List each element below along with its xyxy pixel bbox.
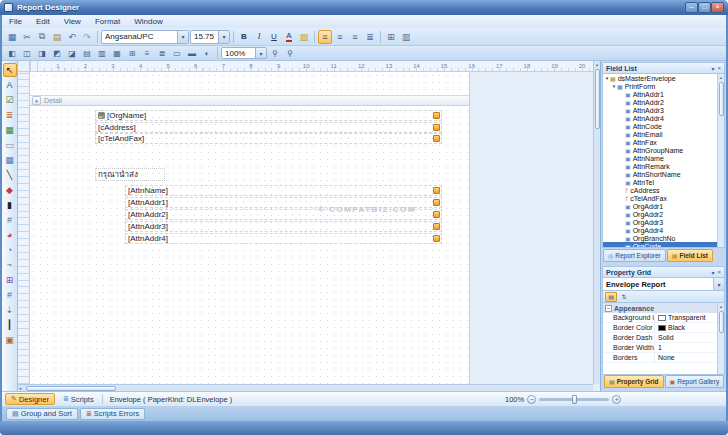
toolbox-tool-icon[interactable]: ▭ xyxy=(3,138,17,152)
property-row[interactable]: Border Color Black xyxy=(603,323,717,333)
highlight-color-button[interactable]: ▨ xyxy=(297,30,311,44)
toolbar-button[interactable]: ⊞ xyxy=(384,30,398,44)
toolbar-button[interactable]: ▤ xyxy=(50,30,64,44)
property-grid-view-button[interactable]: ▤ xyxy=(605,292,617,302)
layout-toolbar-button[interactable]: ▭ xyxy=(170,47,184,59)
toolbar-button[interactable]: ↶ xyxy=(65,30,79,44)
field-list-tree-item[interactable]: ▣ OrgAddr1 xyxy=(603,202,717,210)
field-list-tree-item[interactable]: ▣ AttnAddr4 xyxy=(603,114,717,122)
field-list-tree-item[interactable]: ▣ AttnRemark xyxy=(603,162,717,170)
dock-panel-tab[interactable]: ▦ Field List xyxy=(667,249,713,262)
chevron-down-icon[interactable]: ▾ xyxy=(218,31,229,43)
toolbox-tool-icon[interactable]: ▦ xyxy=(3,123,17,137)
layout-toolbar-button[interactable]: ▥ xyxy=(95,47,109,59)
toolbar-button[interactable]: ↷ xyxy=(80,30,94,44)
italic-button[interactable]: I xyxy=(252,30,266,44)
bottom-dock-tab[interactable]: ▤ Group and Sort xyxy=(6,408,78,420)
report-page[interactable]: ▾ Detail [OrgName] [cAddress] [cTelAnd xyxy=(30,72,470,384)
field-list-tree-item[interactable]: ƒ cAddress xyxy=(603,186,717,194)
scroll-up-icon[interactable]: ▲ xyxy=(719,75,723,80)
magnifier-icon[interactable]: ⚲ xyxy=(283,47,297,59)
design-vertical-scrollbar[interactable]: ▲ xyxy=(593,61,600,384)
toolbox-tool-icon[interactable]: ▦ xyxy=(3,153,17,167)
toolbox-tool-icon[interactable]: ◕ xyxy=(3,228,17,242)
component-selector-combo[interactable]: Envelope Report ▾ xyxy=(602,278,725,291)
field-list-tree-item[interactable]: ▣ AttnAddr1 xyxy=(603,90,717,98)
data-binding-icon[interactable] xyxy=(433,211,440,218)
collapse-icon[interactable]: − xyxy=(605,305,612,312)
toolbar-button[interactable]: ⧉ xyxy=(35,30,49,44)
layout-toolbar-button[interactable]: ◐ xyxy=(200,47,214,59)
scrollbar-thumb[interactable] xyxy=(719,82,724,116)
view-tab[interactable]: ✎ Designer xyxy=(5,393,55,405)
bottom-dock-tab[interactable]: ≣ Scripts Errors xyxy=(80,408,145,420)
property-row[interactable]: Border Width 1 xyxy=(603,343,717,353)
dock-panel-tab[interactable]: ▤ Property Grid xyxy=(604,375,664,388)
field-list-tree-item[interactable]: ▣ OrgBranchNo xyxy=(603,234,717,242)
report-field[interactable]: [cTelAndFax] xyxy=(95,133,442,144)
scrollbar-thumb[interactable] xyxy=(719,311,724,333)
scroll-left-icon[interactable]: ◄ xyxy=(18,386,25,391)
data-binding-icon[interactable] xyxy=(433,223,440,230)
report-field[interactable]: [OrgName] xyxy=(95,110,442,121)
toolbox-tool-icon[interactable]: ☑ xyxy=(3,93,17,107)
band-collapse-button[interactable]: ▾ xyxy=(32,96,41,105)
zoom-combo[interactable]: 100%▾ xyxy=(221,47,267,59)
window-control-button[interactable]: – xyxy=(685,2,698,13)
layout-toolbar-button[interactable]: ▤ xyxy=(80,47,94,59)
layout-toolbar-button[interactable]: ◧ xyxy=(5,47,19,59)
font-color-button[interactable]: A xyxy=(282,30,296,44)
field-list-header[interactable]: Field List ▾ × xyxy=(602,62,725,74)
detail-band-header[interactable]: ▾ Detail xyxy=(30,95,470,106)
data-binding-icon[interactable] xyxy=(433,124,440,131)
toolbox-tool-icon[interactable]: # xyxy=(3,288,17,302)
toolbox-tool-icon[interactable]: ⇣ xyxy=(3,303,17,317)
field-list-tree-item[interactable]: ▣ OrgAddr2 xyxy=(603,210,717,218)
field-list-tree-item[interactable]: ▣ AttnAddr2 xyxy=(603,98,717,106)
field-list-tree-item[interactable]: ▣ AttnTel xyxy=(603,178,717,186)
view-tab[interactable]: ≣ Scripts xyxy=(58,393,99,405)
data-binding-icon[interactable] xyxy=(433,112,440,119)
layout-toolbar-button[interactable]: ◫ xyxy=(20,47,34,59)
data-binding-icon[interactable] xyxy=(433,199,440,206)
field-list-tree-item[interactable]: ▣ OrgCode xyxy=(603,242,717,247)
layout-toolbar-button[interactable]: ≣ xyxy=(155,47,169,59)
panel-close-icon[interactable]: × xyxy=(717,65,721,71)
chevron-down-icon[interactable]: ▾ xyxy=(713,278,724,290)
text-align-button[interactable]: ≣ xyxy=(363,30,377,44)
layout-toolbar-button[interactable]: ⊞ xyxy=(125,47,139,59)
chevron-down-icon[interactable]: ▾ xyxy=(177,31,188,43)
field-list-tree-item[interactable]: ▣ AttnFax xyxy=(603,138,717,146)
property-value[interactable]: Transparent xyxy=(655,314,717,321)
design-surface[interactable]: 1234567891011121314151617181920 ▾ Detail… xyxy=(18,61,600,391)
property-value[interactable]: Black xyxy=(655,324,717,331)
static-label-field[interactable]: กรุณานำส่ง xyxy=(95,168,165,181)
zoom-out-button[interactable]: − xyxy=(527,395,536,404)
text-align-button[interactable]: ≡ xyxy=(318,30,332,44)
property-value[interactable]: 1 xyxy=(655,344,717,351)
layout-toolbar-button[interactable]: ◨ xyxy=(35,47,49,59)
field-list-tree-item[interactable]: ▾ ▦ PrintForm xyxy=(603,82,717,90)
toolbox-tool-icon[interactable]: ┃ xyxy=(3,318,17,332)
dock-panel-tab[interactable]: ◎ Report Explorer xyxy=(603,249,666,262)
field-list-tree-item[interactable]: ▣ AttnAddr3 xyxy=(603,106,717,114)
menu-item[interactable]: View xyxy=(57,17,88,26)
panel-close-icon[interactable]: × xyxy=(717,269,721,275)
property-value[interactable]: Solid xyxy=(655,334,717,341)
layout-toolbar-button[interactable]: ≡ xyxy=(140,47,154,59)
toolbox-tool-icon[interactable]: ◆ xyxy=(3,183,17,197)
menu-item[interactable]: File xyxy=(2,17,29,26)
design-horizontal-scrollbar[interactable]: ◄ xyxy=(18,384,593,391)
scrollbar-thumb[interactable] xyxy=(26,386,116,391)
field-list-tree-item[interactable]: ▣ AttnShortName xyxy=(603,170,717,178)
title-bar[interactable]: Report Designer –□× xyxy=(0,0,728,15)
toolbox-tool-icon[interactable]: # xyxy=(3,213,17,227)
layout-toolbar-button[interactable]: ▦ xyxy=(110,47,124,59)
panel-menu-icon[interactable]: ▾ xyxy=(711,269,714,276)
field-list-tree-item[interactable]: ▣ AttnName xyxy=(603,154,717,162)
toolbox-tool-icon[interactable]: ▣ xyxy=(3,333,17,347)
toolbox-tool-icon[interactable]: ↖ xyxy=(3,63,17,77)
property-row[interactable]: Background C... Transparent xyxy=(603,313,717,323)
property-grid-view-button[interactable]: ⇅ xyxy=(618,292,630,302)
toolbar-button[interactable]: ▥ xyxy=(399,30,413,44)
